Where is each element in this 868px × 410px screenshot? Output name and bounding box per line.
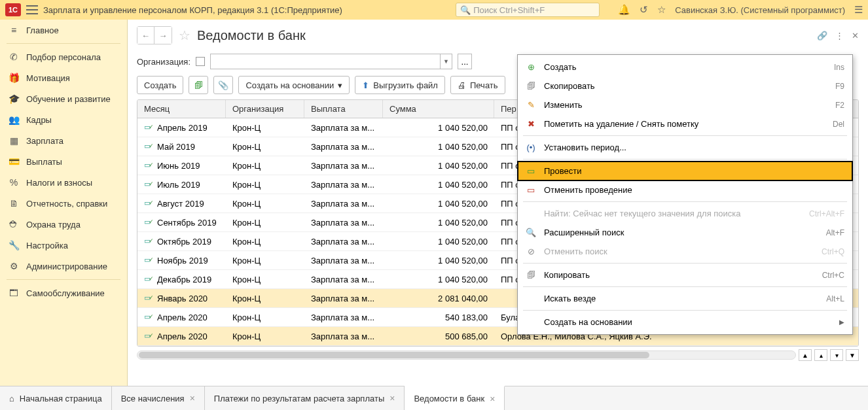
menu-item-label: Пометить на удаление / Снять пометку (544, 119, 825, 129)
menu-item[interactable]: ✎ИзменитьF2 (518, 95, 852, 114)
sidebar-item-label: Налоги и взносы (26, 178, 92, 188)
page-title: Ведомости в банк (197, 28, 306, 43)
sidebar-item-settings[interactable]: 🔧Настройка (0, 235, 127, 256)
horizontal-scrollbar[interactable] (137, 350, 796, 360)
menu-item[interactable]: Создать на основании▶ (518, 313, 852, 332)
cell-payment: Зарплата за м... (304, 196, 383, 211)
org-select[interactable]: ▼ (210, 54, 452, 69)
sidebar-item-recruit[interactable]: ✆Подбор персонала (0, 46, 127, 67)
menu-item[interactable]: 🗐КопироватьCtrl+C (518, 265, 852, 284)
cell-org: Крон-Ц (226, 253, 304, 268)
sidebar-item-label: Отчетность, справки (26, 199, 107, 209)
copy-icon: 🗐 (194, 80, 203, 90)
tab-accruals[interactable]: Все начисления× (112, 386, 205, 410)
cell-org: Крон-Ц (226, 234, 304, 249)
scroll-bottom-button[interactable]: ▼ (846, 349, 859, 361)
sidebar-item-label: Мотивация (26, 73, 70, 83)
dropdown-icon[interactable]: ▼ (440, 54, 452, 69)
sidebar-item-main[interactable]: ≡Главное (0, 20, 127, 41)
sidebar-item-taxes[interactable]: %Налоги и взносы (0, 172, 127, 193)
scrollbar-thumb[interactable] (139, 352, 649, 358)
sidebar-item-salary[interactable]: ▦Зарплата (0, 130, 127, 151)
attach-button[interactable]: 📎 (213, 76, 233, 94)
user-label[interactable]: Савинская З.Ю. (Системный программист) (675, 5, 845, 15)
sidebar-item-payments[interactable]: 💳Выплаты (0, 151, 127, 172)
gift-icon: 🎁 (8, 73, 20, 83)
menu-item-icon: 🔍 (526, 228, 536, 237)
document-icon (144, 218, 153, 226)
cell-sum: 1 040 520,00 (383, 196, 494, 211)
cell-sum: 1 040 520,00 (383, 120, 494, 135)
document-icon (144, 275, 153, 282)
select-dialog-button[interactable]: ... (458, 54, 472, 69)
sidebar-item-reports[interactable]: 🗎Отчетность, справки (0, 193, 127, 214)
sidebar-item-motivation[interactable]: 🎁Мотивация (0, 67, 127, 88)
create-based-button[interactable]: Создать на основании▾ (238, 76, 350, 94)
scroll-top-button[interactable]: ▲ (799, 349, 812, 361)
close-icon[interactable]: × (190, 393, 195, 403)
tab-home[interactable]: ⌂Начальная страница (0, 386, 112, 410)
close-icon[interactable]: × (490, 394, 495, 404)
th-sum[interactable]: Сумма (383, 100, 494, 118)
menu-item[interactable]: (•)Установить период... (518, 138, 852, 157)
menu-item-label: Искать везде (544, 294, 818, 303)
menu-item-label: Расширенный поиск (544, 228, 818, 237)
cell-sum: 540 183,00 (383, 310, 494, 325)
search-input[interactable]: 🔍 Поиск Ctrl+Shift+F (456, 3, 600, 17)
close-icon[interactable]: × (389, 393, 395, 403)
bell-icon[interactable]: 🔔 (618, 4, 630, 16)
nav-forward-button[interactable]: → (154, 27, 172, 44)
menu-item[interactable]: ✖Пометить на удаление / Снять пометкуDel (518, 114, 852, 133)
scroll-down-button[interactable]: ▾ (830, 349, 843, 361)
cell-sum: 2 081 040,00 (383, 291, 494, 306)
th-org[interactable]: Организация (226, 100, 304, 118)
menu-item[interactable]: Искать вездеAlt+L (518, 289, 852, 308)
document-icon (144, 123, 153, 131)
favorite-icon[interactable]: ☆ (179, 27, 190, 43)
cell-month: Октябрь 2019 (137, 234, 226, 249)
nav-back-button[interactable]: ← (137, 27, 154, 44)
cell-org: Крон-Ц (226, 272, 304, 287)
titlebar-actions: 🔔 ↺ ☆ Савинская З.Ю. (Системный программ… (618, 4, 863, 16)
cell-month: Апрель 2019 (137, 120, 226, 135)
cell-org: Крон-Ц (226, 120, 304, 135)
menu-item[interactable]: ▭Провести (518, 162, 852, 180)
th-month[interactable]: Месяц (137, 100, 226, 118)
menu-icon[interactable] (26, 5, 38, 14)
settings-bars-icon[interactable]: ☰ (854, 4, 863, 16)
link-icon[interactable]: 🔗 (817, 31, 827, 41)
create-button[interactable]: Создать (137, 76, 183, 94)
bottom-tabs: ⌂Начальная страница Все начисления× Плат… (0, 386, 868, 410)
more-icon[interactable]: ⋮ (835, 31, 844, 41)
export-button[interactable]: ⬆Выгрузить файл (355, 76, 445, 94)
th-payment[interactable]: Выплата (304, 100, 383, 118)
sidebar-item-hr[interactable]: 👥Кадры (0, 109, 127, 130)
cell-sum: 1 040 520,00 (383, 177, 494, 192)
sidebar-item-learning[interactable]: 🎓Обучение и развитие (0, 88, 127, 109)
scroll-up-button[interactable]: ▴ (814, 349, 827, 361)
sidebar-item-label: Настройка (26, 241, 68, 250)
cell-payment: Зарплата за м... (304, 310, 383, 325)
filter-label: Организация: (137, 57, 190, 67)
org-input[interactable] (211, 54, 440, 69)
menu-item[interactable]: 🔍Расширенный поискAlt+F (518, 223, 852, 242)
chevron-down-icon: ▾ (338, 80, 342, 90)
copy-button[interactable]: 🗐 (189, 76, 208, 94)
menu-item[interactable]: ▭Отменить проведение (518, 180, 852, 199)
menu-item[interactable]: ⊕СоздатьIns (518, 58, 852, 77)
sidebar-item-selfservice[interactable]: 🗔Самообслуживание (0, 282, 127, 303)
menu-item-icon: 🗐 (526, 81, 536, 91)
sidebar-item-safety[interactable]: ⛑Охрана труда (0, 214, 127, 235)
close-icon[interactable]: ✕ (852, 31, 859, 41)
wrench-icon: 🔧 (8, 240, 20, 250)
tab-bank-statements[interactable]: Ведомости в банк× (405, 386, 505, 410)
star-icon[interactable]: ☆ (657, 4, 666, 16)
sidebar-item-admin[interactable]: ⚙Администрирование (0, 256, 127, 277)
menu-item[interactable]: 🗐СкопироватьF9 (518, 77, 852, 95)
history-icon[interactable]: ↺ (640, 4, 648, 16)
print-button[interactable]: 🖨Печать (450, 76, 505, 94)
titlebar: 1C Зарплата и управление персоналом КОРП… (0, 0, 868, 20)
filter-checkbox[interactable] (196, 57, 205, 66)
tab-payments[interactable]: Платежи по результатам расчета зарплаты× (205, 386, 405, 410)
menu-item-shortcut: Del (833, 120, 844, 129)
